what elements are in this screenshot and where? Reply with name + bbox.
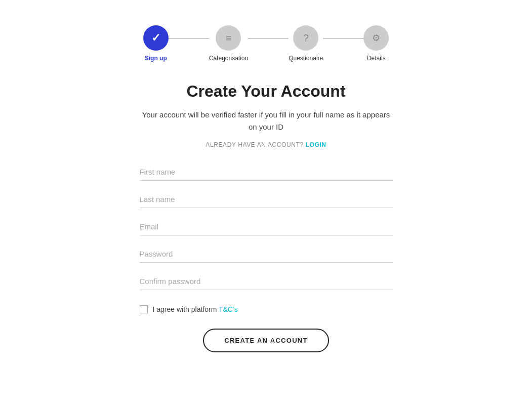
password-field [140, 246, 393, 263]
last-name-field [140, 191, 393, 208]
step-label-questionaire: Questionaire [289, 55, 323, 62]
last-name-input[interactable] [140, 191, 393, 208]
step-circle-details [363, 25, 389, 51]
form-section: Create Your Account Your account will be… [140, 82, 393, 352]
step-categorisation: Categorisation [209, 25, 248, 62]
step-sign-up: Sign up [143, 25, 169, 62]
gear-icon [372, 32, 380, 44]
login-prompt: Already have an account? LOGIN [206, 141, 326, 148]
page-title: Create Your Account [186, 82, 345, 101]
stepper: Sign up Categorisation Questionaire Deta… [140, 25, 393, 62]
step-label-details: Details [367, 55, 386, 62]
tc-link[interactable]: T&C's [219, 305, 238, 313]
step-connector-2 [248, 38, 289, 39]
step-circle-categorisation [216, 25, 241, 51]
step-questionaire: Questionaire [289, 25, 323, 62]
terms-checkbox[interactable] [140, 305, 148, 313]
login-link[interactable]: LOGIN [306, 141, 326, 148]
terms-label[interactable]: I agree with platform T&C's [153, 305, 238, 313]
list-icon [226, 32, 232, 44]
step-label-categorisation: Categorisation [209, 55, 248, 62]
terms-row: I agree with platform T&C's [140, 305, 393, 313]
question-icon [303, 32, 309, 44]
step-connector-1 [169, 38, 209, 39]
signup-form: I agree with platform T&C's CREATE AN AC… [140, 164, 393, 352]
create-account-button[interactable]: CREATE AN ACCOUNT [203, 329, 329, 352]
email-input[interactable] [140, 218, 393, 235]
step-circle-questionaire [293, 25, 318, 51]
login-prompt-text: Already have an account? [206, 141, 303, 148]
step-label-sign-up: Sign up [145, 55, 167, 62]
confirm-password-field [140, 273, 393, 290]
first-name-field [140, 164, 393, 181]
password-input[interactable] [140, 246, 393, 263]
step-circle-sign-up [143, 25, 169, 51]
email-field [140, 218, 393, 235]
check-icon [151, 31, 160, 45]
page-container: Sign up Categorisation Questionaire Deta… [140, 25, 393, 352]
confirm-password-input[interactable] [140, 273, 393, 290]
subtitle: Your account will be verified faster if … [140, 109, 393, 133]
step-details: Details [363, 25, 389, 62]
first-name-input[interactable] [140, 164, 393, 181]
step-connector-3 [323, 38, 363, 39]
